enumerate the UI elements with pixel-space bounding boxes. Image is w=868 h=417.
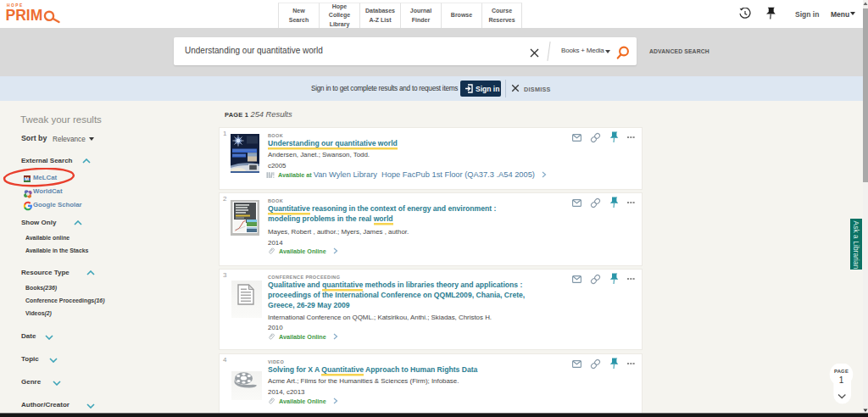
svg-text:1: 1: [839, 375, 844, 385]
svg-text:PAGE: PAGE: [834, 369, 849, 374]
